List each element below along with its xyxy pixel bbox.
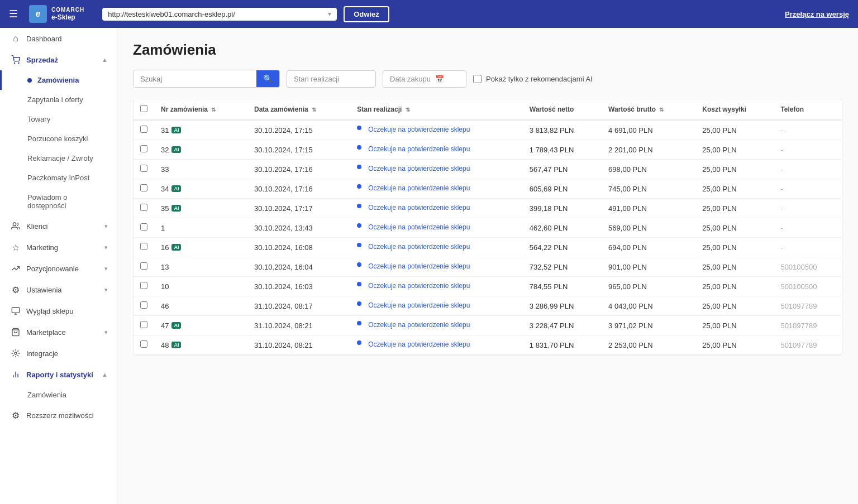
row-koszt: 25,00 PLN xyxy=(695,179,774,199)
sidebar-item-ustawienia[interactable]: ⚙ Ustawienia ▾ xyxy=(0,279,117,300)
sidebar-item-sprzedaz[interactable]: Sprzedaż ▲ xyxy=(0,49,117,70)
select-all-checkbox[interactable] xyxy=(140,105,147,112)
row-brutto: 965,00 PLN xyxy=(602,277,695,296)
row-netto: 399,18 PLN xyxy=(523,199,602,218)
sidebar-label-zapytania: Zapytania i oferty xyxy=(27,95,83,104)
row-nr[interactable]: 46 xyxy=(154,296,247,316)
row-netto: 564,22 PLN xyxy=(523,238,602,257)
table-row: 35 AI 30.10.2024, 17:17 Oczekuje na potw… xyxy=(134,199,842,218)
sidebar-item-raporty-zamowienia[interactable]: Zamówienia xyxy=(0,385,117,405)
status-dot-icon xyxy=(357,340,361,345)
row-checkbox[interactable] xyxy=(140,321,147,328)
table-row: 34 AI 30.10.2024, 17:16 Oczekuje na potw… xyxy=(134,179,842,199)
row-koszt: 25,00 PLN xyxy=(695,335,774,355)
row-checkbox-cell xyxy=(134,179,154,199)
row-koszt: 25,00 PLN xyxy=(695,120,774,140)
search-input[interactable] xyxy=(134,71,256,87)
sidebar-item-raporty[interactable]: Raporty i statystyki ▲ xyxy=(0,364,117,385)
table-row: 32 AI 30.10.2024, 17:15 Oczekuje na potw… xyxy=(134,140,842,160)
order-number: 32 AI xyxy=(161,146,241,154)
status-cell: Oczekuje na potwierdzenie sklepu xyxy=(357,301,516,310)
order-number: 13 xyxy=(161,263,241,271)
row-checkbox[interactable] xyxy=(140,145,147,152)
sidebar-item-integracje[interactable]: Integracje xyxy=(0,343,117,364)
row-nr[interactable]: 1 xyxy=(154,218,247,238)
row-checkbox[interactable] xyxy=(140,282,147,289)
th-brutto[interactable]: Wartość brutto ⇅ xyxy=(602,99,695,120)
status-dot-icon xyxy=(357,126,361,130)
row-checkbox[interactable] xyxy=(140,165,147,172)
status-text: Oczekuje na potwierdzenie sklepu xyxy=(368,165,470,174)
sidebar: ⌂ Dashboard Sprzedaż ▲ Zamówienia Zapyta… xyxy=(0,28,117,504)
row-nr[interactable]: 32 AI xyxy=(154,140,247,160)
sidebar-item-dashboard[interactable]: ⌂ Dashboard xyxy=(0,28,117,49)
table-row: 16 AI 30.10.2024, 16:08 Oczekuje na potw… xyxy=(134,238,842,257)
sidebar-item-paczkomaty[interactable]: Paczkomaty InPost xyxy=(0,168,117,188)
row-nr[interactable]: 10 xyxy=(154,277,247,296)
row-nr[interactable]: 35 AI xyxy=(154,199,247,218)
menu-icon[interactable]: ☰ xyxy=(9,8,18,20)
row-nr[interactable]: 16 AI xyxy=(154,238,247,257)
row-checkbox[interactable] xyxy=(140,262,147,270)
row-checkbox[interactable] xyxy=(140,340,147,348)
orders-table: Nr zamówienia ⇅ Data zamówienia ⇅ Stan r… xyxy=(134,99,842,355)
marketing-chevron-icon: ▾ xyxy=(104,244,108,251)
svg-point-0 xyxy=(14,63,15,63)
row-nr[interactable]: 47 AI xyxy=(154,316,247,335)
date-filter[interactable]: Data zakupu 📅 xyxy=(383,70,466,88)
sidebar-item-marketing[interactable]: ☆ Marketing ▾ xyxy=(0,237,117,258)
status-text: Oczekuje na potwierdzenie sklepu xyxy=(368,184,470,193)
th-data[interactable]: Data zamówienia ⇅ xyxy=(247,99,350,120)
status-cell: Oczekuje na potwierdzenie sklepu xyxy=(357,243,516,252)
sidebar-item-porzucone[interactable]: Porzucone koszyki xyxy=(0,129,117,148)
row-brutto: 491,00 PLN xyxy=(602,199,695,218)
url-input[interactable] xyxy=(108,10,325,18)
search-button[interactable]: 🔍 xyxy=(256,70,279,87)
svg-rect-3 xyxy=(12,308,19,313)
chart-icon xyxy=(11,369,21,380)
th-stan[interactable]: Stan realizacji ⇅ xyxy=(350,99,523,120)
sidebar-item-klienci[interactable]: Klienci ▾ xyxy=(0,215,117,237)
th-telefon: Telefon xyxy=(774,99,842,120)
gear-icon: ⚙ xyxy=(11,285,21,295)
row-data: 30.10.2024, 17:15 xyxy=(247,120,350,140)
sidebar-item-zamowienia[interactable]: Zamówienia xyxy=(0,70,117,90)
row-nr[interactable]: 34 AI xyxy=(154,179,247,199)
sidebar-item-towary[interactable]: Towary xyxy=(0,109,117,129)
status-filter[interactable]: Stan realizacji xyxy=(287,70,376,88)
row-checkbox[interactable] xyxy=(140,126,147,133)
url-bar[interactable]: ▾ xyxy=(102,8,337,21)
row-checkbox[interactable] xyxy=(140,204,147,211)
version-switch-link[interactable]: Przełącz na wersję xyxy=(785,10,849,18)
row-nr[interactable]: 31 AI xyxy=(154,120,247,140)
ai-checkbox[interactable] xyxy=(473,75,482,83)
sidebar-item-wyglad[interactable]: Wygląd sklepu xyxy=(0,300,117,321)
row-netto: 732,52 PLN xyxy=(523,257,602,277)
svg-point-2 xyxy=(13,223,16,225)
row-checkbox[interactable] xyxy=(140,223,147,231)
sidebar-item-pozycjonowanie[interactable]: Pozycjonowanie ▾ xyxy=(0,258,117,279)
th-nr[interactable]: Nr zamówienia ⇅ xyxy=(154,99,247,120)
row-nr[interactable]: 48 AI xyxy=(154,335,247,355)
status-cell: Oczekuje na potwierdzenie sklepu xyxy=(357,223,516,232)
sidebar-item-marketplace[interactable]: Marketplace ▾ xyxy=(0,321,117,343)
sidebar-item-reklamacje[interactable]: Reklamacje / Zwroty xyxy=(0,148,117,168)
row-nr[interactable]: 13 xyxy=(154,257,247,277)
row-brutto: 569,00 PLN xyxy=(602,218,695,238)
refresh-button[interactable]: Odwież xyxy=(344,6,389,22)
row-checkbox[interactable] xyxy=(140,301,147,309)
sort-nr-icon: ⇅ xyxy=(211,107,216,113)
sidebar-item-powiadom[interactable]: Powiadom o dostępności xyxy=(0,188,117,215)
sidebar-item-rozszerz[interactable]: ⚙ Rozszerz możliwości xyxy=(0,405,117,426)
row-telefon: 501097789 xyxy=(774,316,842,335)
order-number: 1 xyxy=(161,224,241,232)
sort-data-icon: ⇅ xyxy=(312,107,316,113)
ai-filter-wrapper[interactable]: Pokaż tylko z rekomendacjami AI xyxy=(473,75,593,83)
row-telefon: 500100500 xyxy=(774,257,842,277)
ustawienia-chevron-icon: ▾ xyxy=(104,286,108,294)
row-nr[interactable]: 33 xyxy=(154,160,247,179)
row-checkbox[interactable] xyxy=(140,243,147,250)
status-dot-icon xyxy=(357,243,361,247)
row-checkbox[interactable] xyxy=(140,184,147,191)
sidebar-item-zapytania[interactable]: Zapytania i oferty xyxy=(0,90,117,109)
